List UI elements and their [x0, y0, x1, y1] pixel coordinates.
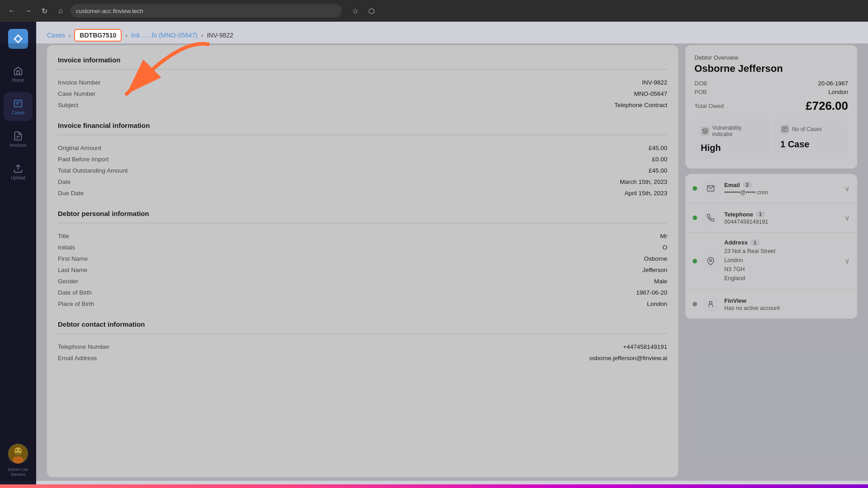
section-personal: Debtor personal information Title Mr Ini… — [58, 210, 667, 310]
star-icon[interactable]: ☆ — [349, 5, 362, 17]
email-contact-item[interactable]: Email 2 ••••••••@•••••.com ∨ — [685, 174, 857, 203]
debtor-pob-value: London — [829, 89, 848, 95]
sidebar-item-upload[interactable]: Upload — [4, 157, 33, 186]
url-text: customer-acc.finview.tech — [76, 8, 143, 14]
gender-label: Gender — [58, 278, 78, 285]
extensions-icon[interactable]: ⬡ — [365, 5, 378, 17]
vulnerability-card: Vulnerability indicator High — [694, 118, 769, 160]
email-status-dot — [693, 186, 697, 191]
breadcrumb-client[interactable]: BDTBG7510 — [74, 29, 122, 42]
dob-value: 1967-06-20 — [636, 289, 667, 296]
title-value: Mr — [660, 233, 667, 239]
cases-card: No of Cases 1 Case — [774, 118, 848, 160]
email-chevron-icon: ∨ — [844, 184, 850, 193]
email-info: Email 2 ••••••••@•••••.com — [724, 182, 839, 196]
sidebar-item-invoices[interactable]: Invoices — [4, 125, 33, 154]
date-label: Date — [58, 178, 71, 185]
browser-chrome: ← → ↻ ⌂ customer-acc.finview.tech ☆ ⬡ — [0, 0, 868, 22]
vulnerability-header: Vulnerability indicator — [701, 125, 762, 137]
breadcrumb-invoice: INV-9822 — [207, 32, 233, 39]
paid-before-value: £0.00 — [652, 156, 667, 163]
back-button[interactable]: ← — [5, 5, 18, 17]
paid-before-row: Paid Before Import £0.00 — [58, 154, 667, 165]
original-amount-label: Original Amount — [58, 145, 101, 151]
section-invoice-info: Invoice information Invoice Number INV-9… — [58, 56, 667, 111]
sidebar-item-home[interactable]: Home — [4, 60, 33, 89]
vulnerability-icon — [701, 127, 709, 136]
initials-row: Initials O — [58, 242, 667, 253]
section-financial: Invoice financial information Original A… — [58, 122, 667, 199]
svg-point-16 — [710, 259, 712, 262]
subject-row: Subject Telephone Contract — [58, 99, 667, 111]
total-outstanding-row: Total Outstanding Amount £45.00 — [58, 165, 667, 176]
phone-count: 1 — [756, 211, 765, 217]
address-line3: N3 7GH — [724, 266, 745, 272]
address-count: 1 — [750, 239, 760, 246]
debtor-dob-row: DOB 20-06-1967 — [694, 80, 848, 87]
section-info-title: Invoice information — [58, 56, 667, 64]
refresh-button[interactable]: ↻ — [38, 5, 51, 17]
address-bar[interactable]: customer-acc.finview.tech — [71, 4, 342, 18]
sidebar-item-cases[interactable]: Cases — [4, 92, 33, 121]
initials-value: O — [662, 244, 667, 251]
phone-contact-item[interactable]: Telephone 1 00447458149191 ∨ — [685, 203, 857, 233]
cases-label: No of Cases — [792, 126, 822, 132]
breadcrumb-cases[interactable]: Cases — [47, 32, 65, 39]
cases-value: 1 Case — [780, 139, 842, 150]
case-number-row: Case Number MNO-05647 — [58, 88, 667, 99]
vulnerability-value: High — [701, 143, 762, 153]
invoice-number-row: Invoice Number INV-9822 — [58, 77, 667, 88]
app-logo[interactable] — [8, 29, 28, 49]
address-type: Address 1 — [724, 239, 839, 246]
title-label: Title — [58, 233, 69, 239]
total-owed-value: £726.00 — [806, 99, 848, 113]
gender-value: Male — [654, 278, 667, 285]
initials-label: Initials — [58, 244, 75, 251]
debtor-pob-row: POB London — [694, 89, 848, 95]
debtor-overview-label: Debtor Overview — [694, 54, 848, 61]
stats-row: Vulnerability indicator High — [694, 118, 848, 160]
total-outstanding-label: Total Outstanding Amount — [58, 167, 128, 174]
dob-label: Date of Birth — [58, 289, 92, 296]
address-line4: England — [724, 275, 745, 282]
cases-icon — [780, 125, 789, 134]
sidebar-cases-label: Cases — [12, 110, 24, 115]
address-line2: London — [724, 257, 743, 263]
address-icon-wrap — [703, 253, 719, 269]
debtor-dob-value: 20-06-1967 — [818, 80, 849, 87]
bottom-gradient-bar — [0, 484, 868, 488]
vulnerability-label: Vulnerability indicator — [712, 125, 762, 137]
main-content: Cases › BDTBG7510 › Init... ...fo (MNO-0… — [36, 22, 868, 484]
contact-card: Email 2 ••••••••@•••••.com ∨ — [685, 174, 857, 319]
finview-type: FinView — [724, 297, 850, 304]
due-date-value: April 15th, 2023 — [624, 190, 667, 197]
date-value: March 15th, 2023 — [620, 178, 667, 185]
email-value: osborne.jefferson@finview.ai — [589, 355, 667, 361]
section-contact: Debtor contact information Telephone Num… — [58, 320, 667, 364]
user-avatar[interactable] — [8, 444, 28, 464]
breadcrumb-debtor[interactable]: Init... ...fo (MNO-05647) — [131, 32, 198, 39]
forward-button[interactable]: → — [22, 5, 34, 17]
address-contact-item[interactable]: Address 1 23 Not a Real Street London N3… — [685, 233, 857, 290]
invoice-number-value: INV-9822 — [642, 79, 667, 86]
total-outstanding-value: £45.00 — [649, 167, 667, 174]
last-name-row: Last Name Jefferson — [58, 264, 667, 276]
email-label: Email Address — [58, 355, 97, 361]
debtor-pob-label: POB — [694, 89, 707, 95]
email-icon-wrap — [703, 180, 719, 197]
original-amount-row: Original Amount £45.00 — [58, 142, 667, 154]
case-number-label: Case Number — [58, 90, 95, 97]
invoice-panel: Invoice information Invoice Number INV-9… — [47, 45, 678, 477]
section-personal-title: Debtor personal information — [58, 210, 667, 217]
phone-icon-wrap — [703, 210, 719, 226]
svg-point-10 — [16, 450, 17, 451]
finview-info: FinView Has no active account — [724, 297, 850, 311]
sidebar: Home Cases Invoices — [0, 22, 36, 484]
home-button[interactable]: ⌂ — [54, 5, 67, 17]
finview-contact-item[interactable]: FinView Has no active account — [685, 290, 857, 319]
total-owed-row: Total Owed £726.00 — [694, 99, 848, 113]
phone-type: Telephone 1 — [724, 211, 839, 218]
phone-value: 00447458149191 — [724, 219, 839, 225]
original-amount-value: £45.00 — [649, 145, 667, 151]
pob-value: London — [647, 300, 667, 307]
